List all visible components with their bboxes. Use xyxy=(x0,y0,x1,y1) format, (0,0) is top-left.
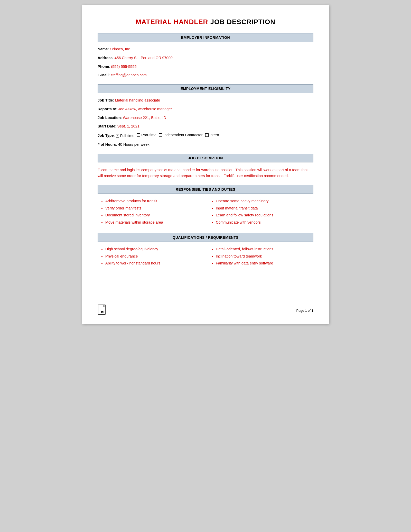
list-item: Detail-oriented, follows instructions xyxy=(216,246,313,252)
field-name: Name: Orinoco, Inc. xyxy=(98,47,313,52)
list-item: Inclination toward teamwork xyxy=(216,254,313,259)
field-reports-to: Reports to: Joe Askew, warehouse manager xyxy=(98,106,313,112)
field-colon-email: : xyxy=(109,73,111,77)
field-label-name: Name xyxy=(98,47,108,51)
qualifications-section: QUALIFICATIONS / REQUIREMENTS High schoo… xyxy=(98,233,313,268)
field-colon-name: : xyxy=(108,47,110,51)
checkbox-independent: Independent Contractor xyxy=(159,132,202,138)
list-item: Learn and follow safety regulations xyxy=(216,213,313,218)
qualifications-right-col: Detail-oriented, follows instructions In… xyxy=(208,246,313,268)
responsibilities-left-col: Add/remove products for transit Verify o… xyxy=(98,198,203,227)
qualifications-lists: High school degree/equivalency Physical … xyxy=(98,246,313,268)
employment-eligibility-header: EMPLOYMENT ELIGIBILITY xyxy=(98,84,313,93)
field-label-email: E-Mail xyxy=(98,73,109,77)
footer-page-number: Page 1 of 1 xyxy=(296,309,314,313)
field-label-job-location: Job Location xyxy=(98,116,121,120)
checkbox-intern-label: Intern xyxy=(210,132,219,138)
checkbox-parttime-box xyxy=(137,133,140,137)
field-value-job-location: Warehouse 221, Boise, ID xyxy=(123,116,166,120)
responsibilities-right-col: Operate some heavy machinery Input mater… xyxy=(208,198,313,227)
field-label-address: Address xyxy=(98,56,113,60)
field-address: Address: 456 Cherry St., Portland OR 970… xyxy=(98,55,313,61)
list-item: High school degree/equivalency xyxy=(105,246,203,252)
svg-text:e: e xyxy=(102,311,103,314)
field-value-hours: 40 Hours per week xyxy=(118,142,150,146)
list-item: Familiarity with data entry software xyxy=(216,261,313,266)
qualifications-header: QUALIFICATIONS / REQUIREMENTS xyxy=(98,233,313,242)
field-phone: Phone: (555) 555-5555 xyxy=(98,64,313,70)
job-description-section: JOB DESCRIPTION E-commerce and logistics… xyxy=(98,154,313,179)
list-item: Verify order manifests xyxy=(105,206,203,211)
page-footer: e Page 1 of 1 xyxy=(98,304,313,317)
list-item: Communicate with vendors xyxy=(216,220,313,225)
field-hours: # of Hours: 40 Hours per week xyxy=(98,142,313,148)
field-label-job-title: Job Title xyxy=(98,98,113,102)
employer-info-header: EMPLOYER INFORMATION xyxy=(98,33,313,42)
field-job-title: Job Title: Material handling associate xyxy=(98,98,313,103)
responsibilities-header: RESPONSIBILITIES AND DUTIES xyxy=(98,185,313,194)
main-title: MATERIAL HANDLER JOB DESCRIPTION xyxy=(98,18,313,26)
document-page: MATERIAL HANDLER JOB DESCRIPTION EMPLOYE… xyxy=(82,5,329,324)
field-value-address: 456 Cherry St., Portland OR 97000 xyxy=(115,56,173,60)
field-label-start-date: Start Date xyxy=(98,124,115,128)
checkbox-independent-label: Independent Contractor xyxy=(163,132,202,138)
checkbox-fulltime: Full-time xyxy=(116,133,135,139)
field-value-email: staffing@orinoco.com xyxy=(111,73,147,77)
list-item: Ability to work nonstandard hours xyxy=(105,261,203,266)
field-start-date: Start Date: Sept. 1, 2021 xyxy=(98,124,313,129)
field-colon-address: : xyxy=(113,56,115,60)
responsibilities-left-list: Add/remove products for transit Verify o… xyxy=(100,198,203,225)
checkbox-independent-box xyxy=(159,133,162,137)
field-label-reports-to: Reports to xyxy=(98,107,116,111)
field-email: E-Mail: staffing@orinoco.com xyxy=(98,72,313,78)
footer-doc-icon: e xyxy=(98,304,107,317)
checkbox-intern-box xyxy=(205,133,209,137)
qualifications-left-col: High school degree/equivalency Physical … xyxy=(98,246,203,268)
field-value-job-title: Material handling associate xyxy=(115,98,160,102)
job-description-header: JOB DESCRIPTION xyxy=(98,154,313,162)
job-description-text: E-commerce and logistics company seeks m… xyxy=(98,167,313,179)
title-black-part: JOB DESCRIPTION xyxy=(208,18,275,26)
responsibilities-right-list: Operate some heavy machinery Input mater… xyxy=(211,198,313,225)
list-item: Physical endurance xyxy=(105,254,203,259)
checkbox-intern: Intern xyxy=(205,132,219,138)
responsibilities-lists: Add/remove products for transit Verify o… xyxy=(98,198,313,227)
employer-info-section: EMPLOYER INFORMATION Name: Orinoco, Inc.… xyxy=(98,33,313,78)
checkbox-parttime-label: Part-time xyxy=(141,132,156,138)
field-label-job-type: Job Type xyxy=(98,133,114,137)
field-value-reports-to: Joe Askew, warehouse manager xyxy=(118,107,172,111)
field-label-phone: Phone xyxy=(98,65,109,69)
list-item: Operate some heavy machinery xyxy=(216,198,313,204)
title-red-part: MATERIAL HANDLER xyxy=(136,18,208,26)
list-item: Move materials within storage area xyxy=(105,220,203,225)
field-value-start-date: Sept. 1, 2021 xyxy=(117,124,139,128)
svg-rect-2 xyxy=(103,305,105,307)
field-label-hours: # of Hours xyxy=(98,142,116,146)
list-item: Add/remove products for transit xyxy=(105,198,203,204)
checkbox-parttime: Part-time xyxy=(137,132,156,138)
field-value-name: Orinoco, Inc. xyxy=(110,47,131,51)
responsibilities-section: RESPONSIBILITIES AND DUTIES Add/remove p… xyxy=(98,185,313,227)
field-value-phone: (555) 555-5555 xyxy=(111,65,136,69)
qualifications-left-list: High school degree/equivalency Physical … xyxy=(100,246,203,266)
checkbox-fulltime-box xyxy=(116,134,119,137)
checkbox-fulltime-label: Full-time xyxy=(120,133,135,139)
qualifications-right-list: Detail-oriented, follows instructions In… xyxy=(211,246,313,266)
field-job-location: Job Location: Warehouse 221, Boise, ID xyxy=(98,115,313,121)
field-job-type: Job Type: Full-time Part-time Independen… xyxy=(98,132,313,139)
list-item: Input material transit data xyxy=(216,206,313,211)
list-item: Document stored inventory xyxy=(105,213,203,218)
employment-eligibility-section: EMPLOYMENT ELIGIBILITY Job Title: Materi… xyxy=(98,84,313,148)
